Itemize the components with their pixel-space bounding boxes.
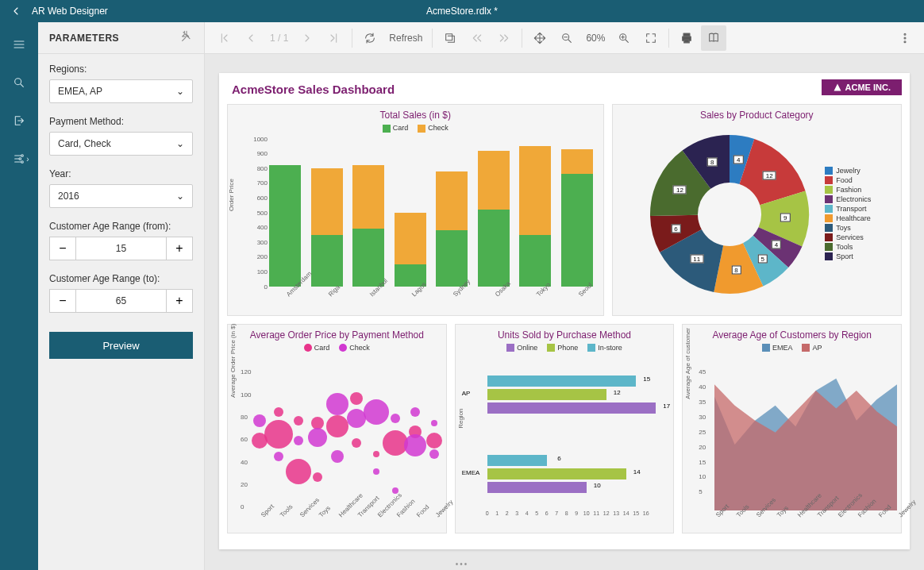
svg-rect-4	[446, 33, 452, 40]
page-info: 1 / 1	[265, 33, 293, 44]
viewer-toolbar: 1 / 1 Refresh 60% •••	[205, 22, 924, 54]
parameters-title: PARAMETERS	[49, 33, 119, 44]
year-label: Year:	[49, 168, 193, 179]
settings-panel-icon[interactable]: ›	[11, 151, 27, 167]
export-icon[interactable]	[11, 113, 27, 129]
age-from-value[interactable]: 15	[76, 237, 166, 260]
units-sold-chart: Region AP151217EMEA614100123456789101112…	[487, 352, 666, 518]
next-page-button[interactable]	[295, 25, 320, 51]
book-view-icon[interactable]	[701, 25, 726, 51]
total-sales-card: Total Sales (in $) CardCheck Order Price…	[227, 104, 604, 316]
avg-age-card: Average Age of Customers by Region EMEAA…	[682, 324, 902, 533]
avg-age-legend: EMEAAP	[683, 344, 901, 352]
document-name: AcmeStore.rdlx *	[426, 6, 498, 17]
total-sales-title: Total Sales (in $)	[228, 105, 603, 124]
step-forward-button[interactable]	[491, 25, 517, 51]
more-icon[interactable]	[892, 25, 918, 51]
avg-age-chart: Average Age of customer 5101520253035404…	[714, 352, 893, 510]
category-pie-chart: 4129458116128	[642, 127, 817, 302]
chevron-down-icon: ⌄	[176, 191, 184, 202]
units-sold-title: Units Sold by Purchase Method	[456, 325, 674, 344]
company-logo: ACME INC.	[822, 79, 902, 95]
parameters-panel: PARAMETERS Regions: EMEA, AP ⌄ Payment M…	[38, 22, 205, 570]
avg-order-chart: Average Order Price (in $) 0204060801001…	[260, 352, 432, 510]
svg-point-8	[904, 37, 906, 39]
zoom-in-icon[interactable]	[611, 25, 637, 51]
age-from-plus[interactable]: +	[166, 237, 193, 260]
dashboard-title: AcmeStore Sales Dashboard	[232, 83, 902, 96]
search-icon[interactable]	[11, 75, 27, 91]
app-name: AR Web Designer	[32, 6, 108, 17]
svg-point-2	[19, 158, 21, 160]
prev-page-button[interactable]	[238, 25, 264, 51]
menu-icon[interactable]	[11, 37, 27, 52]
fullscreen-icon[interactable]	[638, 25, 664, 51]
age-from-label: Customer Age Range (from):	[49, 221, 193, 232]
left-rail: ›	[0, 22, 38, 570]
payment-select[interactable]: Card, Check ⌄	[49, 132, 193, 156]
report-page: AcmeStore Sales Dashboard ACME INC. Tota…	[219, 73, 910, 549]
svg-point-9	[904, 40, 906, 42]
pin-icon[interactable]	[180, 30, 193, 45]
age-to-stepper: − 65 +	[49, 289, 193, 313]
age-to-plus[interactable]: +	[166, 289, 193, 313]
svg-point-3	[21, 161, 24, 164]
avg-order-title: Average Order Price by Payment Method	[228, 325, 446, 344]
zoom-level[interactable]: 60%	[581, 33, 610, 44]
step-back-button[interactable]	[464, 25, 490, 51]
age-to-minus[interactable]: −	[49, 289, 76, 313]
category-pie-legend: JewelryFoodFashionElectronicsTransportHe…	[825, 167, 871, 262]
total-sales-legend: CardCheck	[228, 124, 603, 133]
svg-point-7	[904, 33, 906, 35]
units-sold-card: Units Sold by Purchase Method OnlinePhon…	[455, 324, 675, 533]
report-viewport[interactable]: AcmeStore Sales Dashboard ACME INC. Tota…	[205, 54, 924, 570]
move-tool-icon[interactable]	[527, 25, 552, 51]
category-pie-card: Sales by Product Category 4129458116128 …	[612, 104, 902, 316]
age-from-stepper: − 15 +	[49, 237, 193, 260]
category-pie-title: Sales by Product Category	[613, 105, 901, 124]
payment-label: Payment Method:	[49, 116, 193, 127]
avg-order-legend: CardCheck	[228, 344, 446, 352]
top-bar: AR Web Designer AcmeStore.rdlx *	[0, 0, 924, 22]
avg-age-title: Average Age of Customers by Region	[683, 325, 901, 344]
regions-label: Regions:	[49, 64, 193, 75]
age-to-value[interactable]: 65	[76, 289, 166, 313]
regions-select[interactable]: EMEA, AP ⌄	[49, 79, 193, 103]
zoom-out-icon[interactable]	[554, 25, 579, 51]
first-page-button[interactable]	[211, 25, 237, 51]
svg-point-0	[15, 79, 21, 85]
svg-point-1	[21, 155, 24, 157]
history-back-button[interactable]	[437, 25, 463, 51]
print-icon[interactable]	[674, 25, 699, 51]
refresh-label[interactable]: Refresh	[384, 33, 427, 44]
last-page-button[interactable]	[321, 25, 347, 51]
age-from-minus[interactable]: −	[49, 237, 76, 260]
back-button[interactable]	[6, 5, 25, 17]
refresh-icon[interactable]	[357, 25, 383, 51]
age-to-label: Customer Age Range (to):	[49, 273, 193, 284]
chevron-down-icon: ⌄	[176, 86, 184, 97]
units-sold-legend: OnlinePhoneIn-store	[456, 344, 674, 352]
preview-button[interactable]: Preview	[49, 332, 193, 359]
year-select[interactable]: 2016 ⌄	[49, 184, 193, 208]
avg-order-card: Average Order Price by Payment Method Ca…	[227, 324, 447, 533]
chevron-down-icon: ⌄	[176, 138, 184, 149]
total-sales-chart: Order Price 0100200300400500600700800900…	[228, 133, 603, 315]
